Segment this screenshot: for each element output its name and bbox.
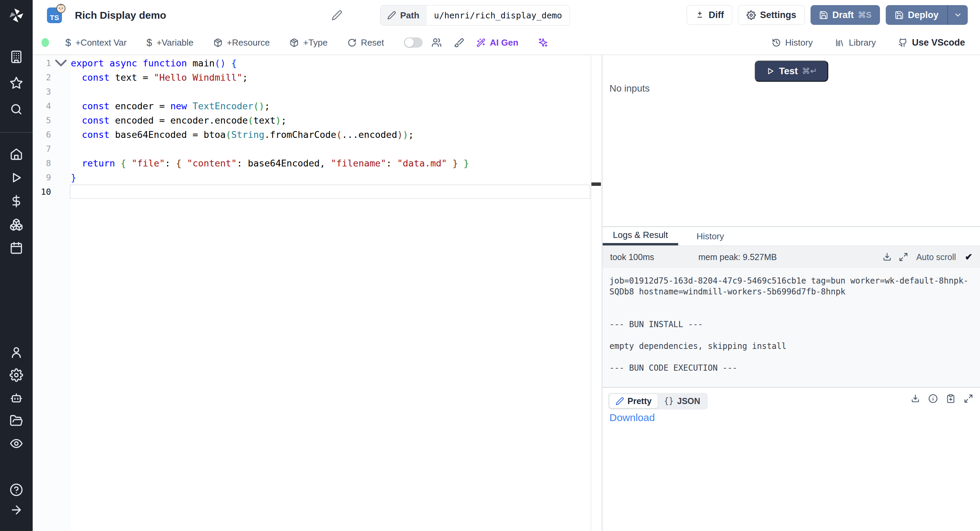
- sidebar-star-icon[interactable]: [10, 76, 23, 90]
- draft-shortcut: ⌘S: [858, 10, 872, 20]
- sidebar-folder-icon[interactable]: [10, 414, 23, 427]
- use-vscode-button[interactable]: Use VScode: [898, 37, 965, 48]
- paintbrush-icon[interactable]: [454, 37, 464, 48]
- sidebar-search-icon[interactable]: [10, 102, 23, 116]
- sidebar-user-icon[interactable]: [10, 346, 23, 359]
- sidebar-calendar-icon[interactable]: [10, 241, 23, 255]
- code-text: const encoder = new TextEncoder();: [71, 101, 270, 111]
- download-link[interactable]: Download: [609, 412, 655, 423]
- deploy-dropdown-button[interactable]: [948, 5, 968, 25]
- header-actions: Diff Settings Draft ⌘S Deploy: [687, 5, 968, 25]
- expand-logs-icon[interactable]: [899, 252, 908, 262]
- diff-mode-toggle[interactable]: [404, 37, 423, 48]
- rotate-icon: [347, 38, 356, 47]
- editor-overview-ruler[interactable]: [591, 55, 601, 531]
- deploy-label: Deploy: [908, 10, 939, 21]
- sidebar-boxes-icon[interactable]: [10, 218, 23, 231]
- package-icon: [290, 38, 299, 47]
- add-context-var-button[interactable]: $ +Context Var: [65, 37, 127, 48]
- logs-text: job=01912d75-163d-8204-47c9-5469c516cb1e…: [609, 275, 973, 373]
- json-view-button[interactable]: {} JSON: [658, 394, 706, 408]
- code-line[interactable]: 3: [33, 85, 592, 99]
- code-lines: 1export async function main() {2 const t…: [33, 56, 592, 199]
- reset-button[interactable]: Reset: [347, 37, 384, 48]
- code-line[interactable]: 2 const text = "Hello Windmill";: [33, 70, 592, 85]
- sidebar-home-icon[interactable]: [10, 147, 23, 161]
- tab-logs-result[interactable]: Logs & Result: [603, 227, 678, 246]
- github-cat-icon: [898, 38, 907, 47]
- code-line[interactable]: 1export async function main() {: [33, 56, 592, 70]
- sidebar-divider: [0, 132, 33, 133]
- code-line[interactable]: 9}: [33, 170, 592, 185]
- status-dot: [41, 38, 49, 47]
- result-toolbar: Pretty {} JSON: [608, 392, 708, 410]
- windmill-logo-icon[interactable]: [8, 7, 25, 24]
- pretty-view-button[interactable]: Pretty: [609, 394, 658, 408]
- use-vscode-label: Use VScode: [912, 37, 965, 48]
- sidebar-help-icon[interactable]: [10, 483, 23, 497]
- users-icon[interactable]: [431, 37, 442, 48]
- code-line[interactable]: 10: [33, 185, 592, 199]
- add-variable-button[interactable]: $ +Variable: [146, 37, 193, 48]
- result-divider: [603, 387, 980, 388]
- pen-icon: [616, 397, 624, 405]
- line-number: 6: [33, 130, 51, 140]
- sidebar-dollar-icon[interactable]: [10, 195, 23, 208]
- path-value[interactable]: u/henri/rich_display_demo: [426, 5, 569, 25]
- test-button[interactable]: Test ⌘↵: [755, 61, 828, 82]
- ai-gen-button[interactable]: AI Gen: [476, 37, 519, 48]
- add-resource-button[interactable]: +Resource: [213, 37, 270, 48]
- diff-icon: [695, 11, 705, 20]
- code-text: const encoded = encoder.encode(text);: [71, 115, 286, 126]
- json-label: JSON: [677, 396, 700, 406]
- download-logs-icon[interactable]: [882, 252, 892, 262]
- code-line[interactable]: 4 const encoder = new TextEncoder();: [33, 99, 592, 113]
- add-type-button[interactable]: +Type: [290, 37, 328, 48]
- sidebar-bot-icon[interactable]: [10, 391, 23, 405]
- auto-scroll-label[interactable]: Auto scroll: [916, 252, 956, 262]
- ai-gen-label: AI Gen: [490, 37, 519, 48]
- code-text: return { "file": { "content": base64Enco…: [71, 158, 469, 169]
- code-editor[interactable]: 1export async function main() {2 const t…: [33, 55, 601, 531]
- code-text: }: [71, 172, 76, 183]
- draft-button[interactable]: Draft ⌘S: [811, 5, 880, 25]
- history-button[interactable]: History: [772, 37, 813, 48]
- code-text: export async function main() {: [71, 58, 237, 69]
- library-label: Library: [849, 37, 875, 48]
- logs-output: job=01912d75-163d-8204-47c9-5469c516cb1e…: [603, 268, 980, 387]
- path-control[interactable]: Path u/henri/rich_display_demo: [380, 5, 570, 26]
- gear-icon: [746, 11, 756, 20]
- fold-chevron-icon[interactable]: [51, 53, 71, 73]
- maximize-result-icon[interactable]: [964, 394, 973, 403]
- code-line[interactable]: 6 const base64Encoded = btoa(String.from…: [33, 127, 592, 142]
- code-line[interactable]: 8 return { "file": { "content": base64En…: [33, 156, 592, 170]
- sidebar-eye-icon[interactable]: [10, 437, 23, 450]
- sidebar-arrow-right-icon[interactable]: [10, 503, 23, 517]
- library-button[interactable]: Library: [835, 37, 875, 48]
- clipboard-icon[interactable]: [946, 394, 956, 403]
- auto-scroll-checkmark[interactable]: ✔: [965, 252, 972, 262]
- library-icon: [835, 38, 844, 47]
- pencil-icon: [387, 11, 396, 20]
- sidebar-group-main: [10, 147, 23, 255]
- code-line[interactable]: 5 const encoded = encoder.encode(text);: [33, 113, 592, 127]
- download-result-icon[interactable]: [911, 394, 920, 403]
- sidebar-building-icon[interactable]: [10, 50, 23, 64]
- path-button[interactable]: Path: [380, 5, 426, 25]
- edit-summary-pencil-icon[interactable]: [331, 10, 342, 21]
- code-line[interactable]: 7: [33, 142, 592, 156]
- sidebar-play-icon[interactable]: [10, 171, 23, 185]
- test-label: Test: [779, 66, 798, 77]
- result-view-switch: Pretty {} JSON: [608, 393, 708, 410]
- magic-wand-icon: [476, 38, 485, 47]
- settings-button[interactable]: Settings: [738, 5, 805, 25]
- sparkles-icon[interactable]: [538, 37, 548, 48]
- tab-history[interactable]: History: [686, 227, 734, 246]
- deploy-button[interactable]: Deploy: [886, 5, 947, 25]
- info-icon[interactable]: [928, 394, 938, 403]
- save-icon: [894, 11, 904, 20]
- mem-peak-text: mem peak: 9.527MB: [698, 252, 777, 262]
- diff-button[interactable]: Diff: [687, 5, 732, 25]
- line-number: 10: [33, 187, 51, 197]
- sidebar-gear-icon[interactable]: [10, 368, 23, 382]
